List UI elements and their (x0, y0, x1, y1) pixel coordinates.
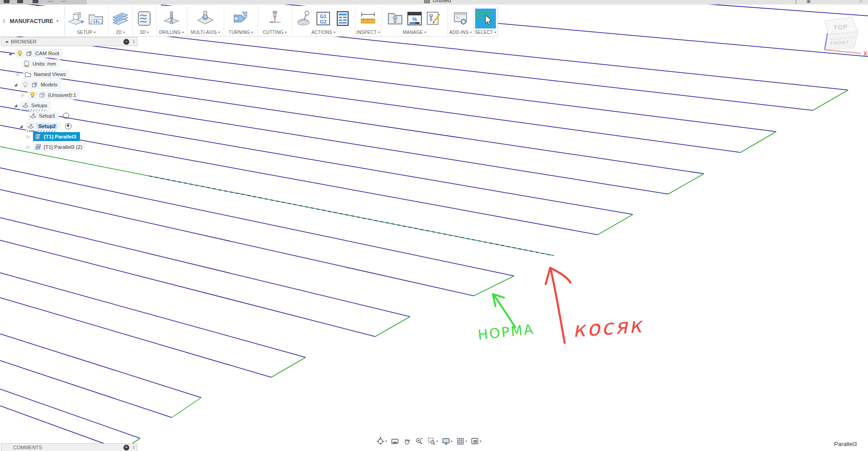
panel-grip-icon[interactable]: ‖ (133, 445, 135, 450)
browser-item[interactable]: Setup1 (28, 111, 59, 120)
grid-settings-icon[interactable]: ▾ (456, 437, 467, 446)
svg-text:G1: G1 (320, 13, 327, 19)
browser-row-named-views[interactable]: ▷Named Views (1, 69, 137, 79)
3d-strategy-icon[interactable] (135, 9, 153, 28)
collapse-toggle-icon[interactable]: ◢ (7, 51, 13, 56)
chevron-down-icon: ▾ (182, 30, 184, 34)
browser-item[interactable]: Named Views (23, 70, 70, 79)
panel-grip-icon[interactable]: ‖ (133, 39, 135, 44)
browser-row-setup2[interactable]: ◢Setup2 (1, 121, 137, 131)
browser-row-setups[interactable]: ◢Setups (1, 100, 137, 110)
save-icon[interactable] (17, 0, 23, 3)
ribbon-menu-3d[interactable]: 3D▾ (140, 30, 149, 35)
active-setup-radio[interactable] (63, 113, 69, 119)
ribbon-menu-manage[interactable]: MANAGE▾ (403, 30, 426, 35)
viewports-icon[interactable]: ▾ (471, 437, 481, 446)
ribbon-menu-drilling[interactable]: DRILLING▾ (159, 30, 184, 35)
orbit-icon[interactable]: ▾ (376, 437, 387, 446)
browser-item[interactable]: [T1] Parallel3 (2) (33, 142, 86, 152)
add-comment-icon[interactable]: + (123, 445, 129, 451)
collapse-toggle-icon[interactable]: ◢ (18, 124, 24, 128)
simulate-icon[interactable] (295, 9, 313, 28)
expand-toggle-icon[interactable]: ▷ (20, 93, 26, 97)
expand-toggle-icon[interactable]: ▷ (15, 72, 21, 76)
toolpath-link-line (741, 132, 776, 152)
browser-row-units-mm[interactable]: Units: mm (1, 59, 137, 68)
setup-icon (22, 102, 29, 109)
document-tab[interactable]: Untitled (424, 0, 451, 4)
red-annotation-text: косяк (572, 313, 644, 342)
extension-icon[interactable]: ⌃ (778, 0, 783, 4)
browser-row-setup1[interactable]: Setup1 (1, 111, 137, 120)
ribbon-menu-actions[interactable]: ACTIONS▾ (311, 30, 335, 35)
cutting-icon[interactable] (266, 9, 284, 28)
browser-item-label: (Unsaved):1 (48, 92, 76, 98)
workspace-switcher[interactable]: MANUFACTURE ▾ (7, 6, 65, 36)
hide-all-icon[interactable]: − (123, 39, 129, 45)
collapse-toggle-icon[interactable]: ◢ (13, 82, 19, 87)
comments-label: COMMENTS (13, 445, 42, 450)
collapse-panel-icon[interactable]: ◂◂ (5, 39, 7, 44)
browser-item[interactable]: Units: mm (22, 59, 60, 68)
zoom-icon[interactable] (415, 437, 424, 446)
browser-row--t1-parallel3-2-[interactable]: ▷[T1] Parallel3 (2) (1, 142, 137, 152)
ribbon-group-turning: TURNING▾ (224, 6, 258, 36)
multi-axis-icon[interactable] (196, 9, 214, 28)
look-at-icon[interactable] (391, 437, 399, 446)
edit-tool-icon[interactable] (425, 9, 443, 28)
avatar-icon[interactable]: ◉ (807, 0, 811, 4)
zoom-window-icon[interactable]: ▾ (427, 437, 438, 446)
titlebar: Untitled ⌃ ❘ ◉ ? (0, 0, 868, 5)
scripts-addins-icon[interactable]: >_ (452, 9, 470, 28)
ribbon-menu-add-ins[interactable]: ADD-INS▾ (449, 30, 472, 35)
ribbon-group-actions: G1G2ACTIONS▾ (292, 6, 355, 36)
machining-time-icon[interactable]: % (406, 9, 424, 28)
drilling-icon[interactable] (162, 9, 180, 28)
ribbon-group-2d: 2D▾ (108, 6, 133, 36)
comments-bar[interactable]: COMMENTS + ‖ (1, 443, 137, 451)
browser-item[interactable]: [T1] Parallel3 (33, 132, 80, 141)
ribbon-menu-turning[interactable]: TURNING▾ (229, 30, 253, 35)
browser-item[interactable]: (Unsaved):1 (28, 90, 80, 100)
active-setup-radio[interactable] (65, 123, 71, 129)
ribbon-menu-multi-axis[interactable]: MULTI-AXIS▾ (191, 30, 220, 35)
ribbon-menu-select[interactable]: SELECT▾ (475, 30, 496, 35)
expand-toggle-icon[interactable]: ▷ (25, 145, 31, 149)
pan-icon[interactable] (403, 437, 411, 446)
2d-strategy-icon[interactable] (111, 9, 129, 28)
browser-row--unsaved-1[interactable]: ▷(Unsaved):1 (1, 90, 137, 100)
tool-library-icon[interactable] (386, 9, 404, 28)
ribbon-menu-cutting[interactable]: CUTTING▾ (263, 30, 287, 35)
help-icon[interactable]: ? (859, 0, 862, 4)
browser-row--t1-parallel3[interactable]: ▷[T1] Parallel3 (1, 132, 137, 141)
toolpath-icon (34, 133, 42, 140)
notification-icon[interactable]: ❘ (794, 0, 798, 4)
ribbon-menu-2d[interactable]: 2D▾ (116, 30, 125, 35)
new-setup-icon[interactable] (67, 9, 85, 28)
display-settings-icon[interactable]: ▾ (442, 437, 453, 446)
browser-row-cam-root[interactable]: ◢CAM Root (1, 48, 137, 58)
ribbon-grip[interactable]: ‖ (2, 18, 7, 24)
redo-icon[interactable] (61, 1, 66, 5)
ribbon-menu-inspect[interactable]: INSPECT▾ (356, 30, 380, 35)
nc-program-icon[interactable] (334, 9, 352, 28)
measure-icon[interactable] (359, 9, 377, 28)
setup-folder-icon[interactable] (87, 9, 105, 28)
ribbon-menu-setup[interactable]: SETUP▾ (77, 30, 96, 35)
turning-icon[interactable] (232, 9, 250, 28)
post-process-icon[interactable]: G1G2 (314, 9, 332, 28)
titlebar-left-section (0, 0, 87, 5)
app-grid-icon[interactable] (4, 0, 9, 3)
browser-row-models[interactable]: ◢Models (1, 80, 137, 89)
browser-item[interactable]: Setup2 (26, 122, 61, 131)
cube-icon (38, 91, 46, 99)
collapse-toggle-icon[interactable]: ◢ (13, 103, 19, 108)
browser-item[interactable]: Setups (20, 101, 51, 110)
ribbon-groups: SETUP▾2D▾3D▾DRILLING▾MULTI-AXIS▾TURNING▾… (65, 6, 498, 36)
select-icon[interactable] (475, 9, 496, 28)
undo-icon[interactable] (48, 1, 53, 5)
data-panel-icon[interactable] (33, 0, 38, 3)
browser-item[interactable]: Models (20, 80, 61, 89)
browser-item[interactable]: CAM Root (15, 49, 63, 58)
expand-toggle-icon[interactable]: ▷ (25, 134, 31, 139)
